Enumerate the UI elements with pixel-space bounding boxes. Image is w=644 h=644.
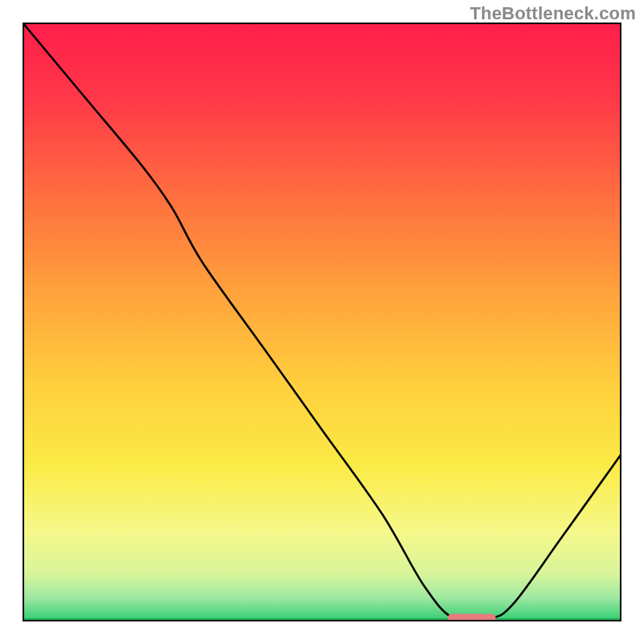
watermark-text: TheBottleneck.com <box>470 3 636 24</box>
chart-background <box>23 23 621 621</box>
chart-svg <box>23 23 621 621</box>
chart-canvas <box>23 23 621 621</box>
